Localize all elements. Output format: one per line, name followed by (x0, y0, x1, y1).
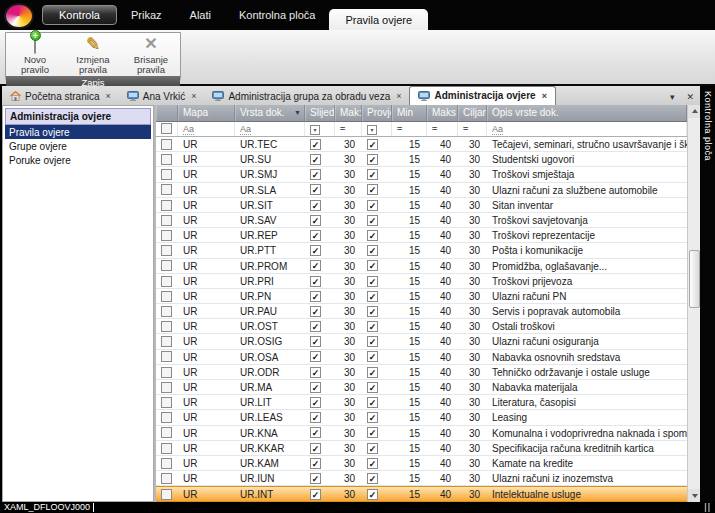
row-select-checkbox[interactable] (156, 365, 178, 379)
brisanje-pravila-button[interactable]: ✕ Brisanjepravila (124, 34, 178, 76)
cell-provje-checkbox[interactable]: ✓ (362, 487, 392, 500)
cell-provje-checkbox[interactable]: ✓ (362, 152, 392, 166)
row-select-checkbox[interactable] (156, 304, 178, 318)
cell-slijedn-checkbox[interactable]: ✓ (305, 441, 335, 455)
table-row[interactable]: URUR.PTT✓30✓154030Pošta i komunikacije (156, 243, 687, 258)
unchecked-checkbox[interactable] (161, 245, 172, 256)
row-select-checkbox[interactable] (156, 334, 178, 348)
ribbon-tab-prikaz[interactable]: Prikaz (117, 5, 176, 25)
cell-provje-checkbox[interactable]: ✓ (362, 456, 392, 470)
table-row[interactable]: URUR.KKAR✓30✓154030Specifikacija računa … (156, 441, 687, 456)
checked-checkbox[interactable]: ✓ (310, 412, 321, 423)
cell-slijedn-checkbox[interactable]: ✓ (305, 213, 335, 227)
vertical-scrollbar[interactable] (687, 105, 700, 502)
table-row[interactable]: URUR.OSA✓30✓154030Nabavka osnovnih sreds… (156, 350, 687, 365)
unchecked-checkbox[interactable] (161, 260, 172, 271)
unchecked-checkbox[interactable] (161, 473, 172, 484)
filter-maks[interactable]: = (427, 122, 458, 136)
cell-slijedn-checkbox[interactable]: ✓ (305, 259, 335, 273)
checked-checkbox[interactable]: ✓ (367, 412, 378, 423)
cell-provje-checkbox[interactable]: ✓ (362, 243, 392, 257)
checked-checkbox[interactable]: ✓ (310, 397, 321, 408)
tabstrip-close-button[interactable]: ✕ (680, 92, 700, 105)
table-row[interactable]: URUR.PRI✓30✓154030Troškovi prijevoza (156, 274, 687, 289)
checked-checkbox[interactable]: ✓ (367, 291, 378, 302)
checked-checkbox[interactable]: ✓ (310, 200, 321, 211)
cell-slijedn-checkbox[interactable]: ✓ (305, 487, 335, 500)
cell-slijedn-checkbox[interactable]: ✓ (305, 456, 335, 470)
column-header-provje[interactable]: Provje: (362, 105, 392, 121)
unchecked-checkbox[interactable] (161, 200, 172, 211)
checked-checkbox[interactable]: ✓ (310, 139, 321, 150)
ribbon-tab-kontrolna-ploca[interactable]: Kontrolna ploča (225, 5, 329, 25)
checked-checkbox[interactable]: ✓ (367, 154, 378, 165)
checked-checkbox[interactable]: ✓ (310, 291, 321, 302)
unchecked-checkbox[interactable] (161, 154, 172, 165)
checked-checkbox[interactable]: ✓ (310, 154, 321, 165)
app-logo-icon[interactable] (4, 3, 34, 29)
checked-checkbox[interactable]: ✓ (367, 458, 378, 469)
row-select-checkbox[interactable] (156, 152, 178, 166)
ribbon-tab-pravila-ovjere[interactable]: Pravila ovjere (329, 9, 428, 30)
sidebar-item-pravila-ovjere[interactable]: Pravila ovjere (5, 125, 151, 139)
checked-checkbox[interactable]: ✓ (367, 169, 378, 180)
cell-provje-checkbox[interactable]: ✓ (362, 426, 392, 440)
checked-checkbox[interactable]: ✓ (310, 245, 321, 256)
row-select-checkbox[interactable] (156, 426, 178, 440)
cell-provje-checkbox[interactable]: ✓ (362, 167, 392, 181)
checked-checkbox[interactable]: ✓ (367, 215, 378, 226)
row-select-checkbox[interactable] (156, 456, 178, 470)
cell-slijedn-checkbox[interactable]: ✓ (305, 137, 335, 151)
cell-slijedn-checkbox[interactable]: ✓ (305, 198, 335, 212)
table-row[interactable]: URUR.PN✓30✓154030Ulazni računi PN (156, 289, 687, 304)
cell-slijedn-checkbox[interactable]: ✓ (305, 426, 335, 440)
checked-checkbox[interactable]: ✓ (310, 260, 321, 271)
table-row[interactable]: URUR.IUN✓30✓154030Ulazni računi iz inoze… (156, 471, 687, 486)
cell-slijedn-checkbox[interactable]: ✓ (305, 410, 335, 424)
checked-checkbox[interactable]: ✓ (367, 351, 378, 362)
tab-close-icon[interactable]: × (396, 91, 401, 101)
cell-provje-checkbox[interactable]: ✓ (362, 350, 392, 364)
checked-checkbox[interactable]: ✓ (310, 169, 321, 180)
table-row[interactable]: URUR.LEAS✓30✓154030Leasing (156, 410, 687, 425)
row-select-checkbox[interactable] (156, 198, 178, 212)
checked-checkbox[interactable]: ✓ (367, 489, 378, 500)
izmjena-pravila-button[interactable]: ✎ Izmjenapravila (66, 34, 120, 76)
filter-mak[interactable]: = (335, 122, 362, 136)
cell-provje-checkbox[interactable]: ✓ (362, 304, 392, 318)
cell-provje-checkbox[interactable]: ✓ (362, 228, 392, 242)
unchecked-checkbox[interactable] (161, 351, 172, 362)
row-select-checkbox[interactable] (156, 243, 178, 257)
checked-checkbox[interactable]: ✓ (367, 367, 378, 378)
table-row[interactable]: URUR.REP✓30✓154030Troškovi reprezentacij… (156, 228, 687, 243)
row-select-checkbox[interactable] (156, 228, 178, 242)
cell-provje-checkbox[interactable]: ✓ (362, 380, 392, 394)
cell-provje-checkbox[interactable]: ✓ (362, 395, 392, 409)
column-header-maks[interactable]: Maks (427, 105, 458, 121)
table-row[interactable]: URUR.SMJ✓30✓154030Troškovi smještaja (156, 167, 687, 182)
row-select-checkbox[interactable] (156, 395, 178, 409)
tab-administracija-grupa[interactable]: Administracija grupa za obradu veza × (204, 88, 409, 105)
filter-min[interactable]: = (392, 122, 427, 136)
filter-mapa[interactable]: Aa (178, 122, 235, 136)
cell-provje-checkbox[interactable]: ✓ (362, 410, 392, 424)
table-row[interactable]: URUR.SIT✓30✓154030Sitan inventar (156, 198, 687, 213)
checked-checkbox[interactable]: ✓ (367, 306, 378, 317)
checked-checkbox[interactable]: ✓ (310, 184, 321, 195)
column-header-min[interactable]: Min (392, 105, 427, 121)
unchecked-checkbox[interactable] (161, 184, 172, 195)
tab-close-icon[interactable]: × (542, 91, 547, 101)
checked-checkbox[interactable]: ✓ (310, 230, 321, 241)
tab-administracija-ovjere[interactable]: Administracija ovjere × (409, 86, 555, 105)
unchecked-checkbox[interactable] (161, 321, 172, 332)
table-row[interactable]: URUR.TEC✓30✓154030Tečajevi, seminari, st… (156, 137, 687, 152)
row-select-checkbox[interactable] (156, 259, 178, 273)
table-row[interactable]: URUR.ODR✓30✓154030Tehničko održavanje i … (156, 365, 687, 380)
checked-checkbox[interactable]: ✓ (310, 427, 321, 438)
unchecked-checkbox[interactable] (161, 367, 172, 378)
kontrolna-ploca-side-tab[interactable]: Kontrolna ploča (700, 86, 715, 501)
filter-opis[interactable]: Aa (487, 122, 687, 136)
checked-checkbox[interactable]: ✓ (367, 473, 378, 484)
unchecked-checkbox[interactable] (161, 458, 172, 469)
cell-provje-checkbox[interactable]: ✓ (362, 441, 392, 455)
